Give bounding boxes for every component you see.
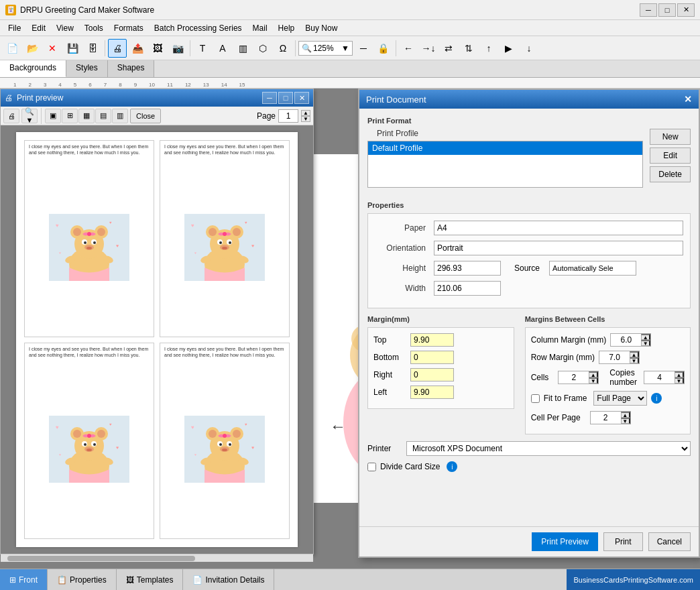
maximize-button[interactable]: □ bbox=[658, 3, 676, 17]
menu-batch[interactable]: Batch Processing Series bbox=[149, 22, 247, 34]
new-button[interactable]: 📄 bbox=[3, 39, 21, 58]
save-as-button[interactable]: 🗄 bbox=[83, 39, 102, 58]
page-up[interactable]: ▲ bbox=[301, 110, 310, 116]
edit-profile-button[interactable]: Edit bbox=[650, 148, 691, 164]
row-up[interactable]: ▲ bbox=[630, 351, 639, 357]
column-margin-input[interactable]: 6.0 bbox=[611, 334, 641, 346]
down-button[interactable]: ↓ bbox=[520, 39, 538, 58]
column-margin-spinner[interactable]: 6.0 ▲ ▼ bbox=[610, 333, 651, 347]
preview-zoom-btn[interactable]: 🔍▼ bbox=[21, 109, 38, 123]
bottom-tab-properties[interactable]: 📋 Properties bbox=[48, 569, 117, 590]
bottom-tab-templates[interactable]: 🖼 Templates bbox=[117, 569, 184, 590]
barcode-button[interactable]: ▥ bbox=[233, 39, 252, 58]
column-up[interactable]: ▲ bbox=[641, 334, 650, 340]
flip-h-button[interactable]: ⇄ bbox=[439, 39, 458, 58]
page-down[interactable]: ▼ bbox=[301, 116, 310, 122]
minimize-button[interactable]: ─ bbox=[640, 3, 657, 17]
send-button[interactable]: ▶ bbox=[500, 39, 518, 58]
column-down[interactable]: ▼ bbox=[641, 340, 650, 346]
menu-formats[interactable]: Formats bbox=[109, 22, 149, 34]
zoom-control[interactable]: 🔍 125% ▼ bbox=[298, 41, 353, 56]
printer-select[interactable]: Microsoft XPS Document bbox=[406, 441, 691, 456]
cpp-up[interactable]: ▲ bbox=[621, 412, 630, 418]
preview-close[interactable]: ✕ bbox=[294, 92, 309, 104]
symbol-button[interactable]: Ω bbox=[274, 39, 292, 58]
tab-styles[interactable]: Styles bbox=[66, 60, 108, 77]
open-button[interactable]: 📂 bbox=[23, 39, 42, 58]
copies-input[interactable]: 4 bbox=[644, 371, 675, 384]
page-input[interactable]: 1 bbox=[278, 109, 298, 123]
profile-list[interactable]: Default Profile bbox=[367, 141, 643, 188]
preview-maximize[interactable]: □ bbox=[278, 92, 293, 104]
menu-mail[interactable]: Mail bbox=[247, 22, 273, 34]
copies-down[interactable]: ▼ bbox=[675, 377, 684, 384]
preview-view4[interactable]: ▤ bbox=[95, 109, 111, 123]
scroll-thumb[interactable] bbox=[7, 556, 195, 561]
export-button[interactable]: 📤 bbox=[128, 39, 147, 58]
copies-spinner[interactable]: 4 ▲ ▼ bbox=[644, 371, 685, 384]
left-input[interactable]: 9.90 bbox=[410, 386, 454, 399]
menu-help[interactable]: Help bbox=[273, 22, 300, 34]
print-preview-button[interactable]: Print Preview bbox=[532, 532, 598, 551]
zoom-dropdown-icon[interactable]: ▼ bbox=[341, 44, 349, 53]
top-input[interactable]: 9.90 bbox=[410, 333, 454, 347]
menu-tools[interactable]: Tools bbox=[79, 22, 109, 34]
flip-v-button[interactable]: ⇅ bbox=[459, 39, 478, 58]
profile-item-default[interactable]: Default Profile bbox=[368, 141, 642, 155]
bottom-input[interactable]: 0 bbox=[410, 351, 454, 364]
menu-buynow[interactable]: Buy Now bbox=[300, 22, 343, 34]
menu-view[interactable]: View bbox=[51, 22, 79, 34]
fit-to-frame-select[interactable]: Full Page bbox=[593, 391, 647, 406]
preview-view3[interactable]: ▦ bbox=[78, 109, 95, 123]
preview-view2[interactable]: ⊞ bbox=[62, 109, 78, 123]
cpp-down[interactable]: ▼ bbox=[621, 418, 630, 424]
tab-backgrounds[interactable]: Backgrounds bbox=[0, 60, 66, 77]
scan-button[interactable]: 📷 bbox=[168, 39, 187, 58]
delete-button[interactable]: ✕ bbox=[43, 39, 62, 58]
row-margin-input[interactable]: 7.0 bbox=[599, 351, 630, 363]
cells-input[interactable]: 2 bbox=[559, 371, 589, 384]
divide-card-checkbox[interactable] bbox=[367, 463, 376, 471]
save-button[interactable]: 💾 bbox=[63, 39, 82, 58]
print-button[interactable]: 🖨 bbox=[108, 39, 127, 58]
cell-per-page-input[interactable]: 2 bbox=[591, 412, 621, 424]
source-input[interactable]: Automatically Sele bbox=[549, 261, 636, 276]
cell-per-page-spinner[interactable]: 2 ▲ ▼ bbox=[590, 411, 631, 424]
cancel-button[interactable]: Cancel bbox=[648, 532, 691, 551]
dialog-close-button[interactable]: ✕ bbox=[684, 94, 692, 105]
cells-up[interactable]: ▲ bbox=[589, 371, 598, 377]
preview-close-btn[interactable]: Close bbox=[130, 109, 161, 123]
up-button[interactable]: ↑ bbox=[479, 39, 498, 58]
preview-view1[interactable]: ▣ bbox=[45, 109, 61, 123]
bottom-tab-invitation[interactable]: 📄 Invitation Details bbox=[183, 569, 274, 590]
preview-print-icon[interactable]: 🖨 bbox=[3, 109, 19, 123]
row-down[interactable]: ▼ bbox=[630, 357, 639, 363]
fit-to-frame-checkbox[interactable] bbox=[531, 394, 540, 403]
copies-up[interactable]: ▲ bbox=[675, 371, 684, 377]
right-input[interactable]: 0 bbox=[410, 368, 454, 381]
cells-down[interactable]: ▼ bbox=[589, 377, 598, 384]
zoom-out-button[interactable]: ─ bbox=[354, 39, 373, 58]
shape-button[interactable]: ⬡ bbox=[253, 39, 272, 58]
preview-view5[interactable]: ▥ bbox=[112, 109, 128, 123]
tab-shapes[interactable]: Shapes bbox=[108, 60, 155, 77]
bottom-tab-front[interactable]: ⊞ Front bbox=[0, 569, 48, 590]
menu-file[interactable]: File bbox=[3, 22, 26, 34]
row-margin-spinner[interactable]: 7.0 ▲ ▼ bbox=[599, 351, 640, 364]
preview-minimize[interactable]: ─ bbox=[262, 92, 277, 104]
text-button[interactable]: T bbox=[193, 39, 212, 58]
close-button[interactable]: ✕ bbox=[677, 3, 695, 17]
divide-info-icon[interactable]: i bbox=[447, 461, 457, 472]
undo-button[interactable]: ← bbox=[399, 39, 418, 58]
cells-spinner[interactable]: 2 ▲ ▼ bbox=[558, 371, 599, 384]
orientation-input[interactable]: Portrait bbox=[434, 241, 683, 255]
paper-input[interactable]: A4 bbox=[434, 221, 683, 235]
wordart-button[interactable]: A bbox=[213, 39, 232, 58]
redo-button[interactable]: →↓ bbox=[419, 39, 438, 58]
width-input[interactable]: 210.06 bbox=[434, 281, 501, 296]
print-button[interactable]: Print bbox=[603, 532, 643, 551]
delete-profile-button[interactable]: Delete bbox=[650, 166, 691, 182]
menu-edit[interactable]: Edit bbox=[26, 22, 51, 34]
image-button[interactable]: 🖼 bbox=[148, 39, 167, 58]
zoom-input[interactable]: 125% bbox=[313, 44, 340, 53]
